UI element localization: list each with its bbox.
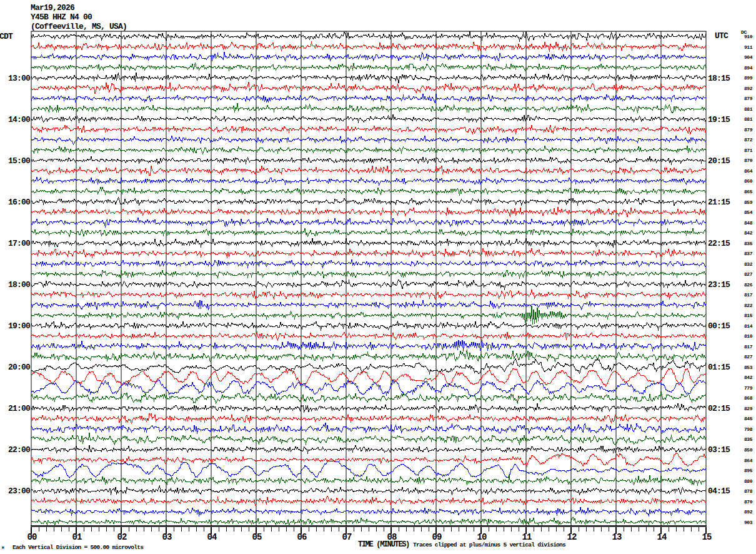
svg-text:835: 835 <box>744 241 753 246</box>
svg-text:09: 09 <box>432 532 442 542</box>
svg-text:895: 895 <box>744 468 753 473</box>
svg-text:815: 815 <box>744 313 753 318</box>
svg-text:03:15: 03:15 <box>708 445 730 455</box>
svg-text:842: 842 <box>744 230 753 236</box>
svg-text:845: 845 <box>744 416 753 421</box>
svg-text:881: 881 <box>744 116 753 122</box>
svg-text:829: 829 <box>744 406 753 411</box>
svg-text:17:00: 17:00 <box>8 239 31 248</box>
svg-text:798: 798 <box>744 426 753 432</box>
svg-text:11: 11 <box>522 532 532 542</box>
svg-text:859: 859 <box>744 199 753 205</box>
svg-text:832: 832 <box>744 261 753 267</box>
svg-text:903: 903 <box>744 520 753 525</box>
svg-text:827: 827 <box>744 354 753 360</box>
svg-text:864: 864 <box>744 168 753 174</box>
svg-text:12: 12 <box>567 532 577 542</box>
svg-text:05: 05 <box>252 532 262 542</box>
svg-text:21:15: 21:15 <box>708 198 730 207</box>
svg-text:04:15: 04:15 <box>708 486 730 496</box>
svg-text:817: 817 <box>744 292 753 298</box>
svg-text:13: 13 <box>612 532 622 542</box>
svg-text:854: 854 <box>744 209 753 215</box>
svg-text:848: 848 <box>744 220 753 226</box>
svg-text:779: 779 <box>744 385 753 391</box>
svg-text:23:00: 23:00 <box>8 486 31 496</box>
svg-text:06: 06 <box>297 532 307 542</box>
svg-text:853: 853 <box>744 365 753 370</box>
svg-text:879: 879 <box>744 127 753 133</box>
svg-text:822: 822 <box>744 303 753 308</box>
svg-text:19:15: 19:15 <box>708 115 730 124</box>
svg-text:870: 870 <box>744 499 753 505</box>
svg-text:871: 871 <box>744 148 753 153</box>
svg-text:22:00: 22:00 <box>8 445 31 455</box>
svg-text:842: 842 <box>744 375 753 380</box>
svg-text:21:00: 21:00 <box>8 404 31 413</box>
svg-text:864: 864 <box>744 458 753 463</box>
svg-text:892: 892 <box>744 86 753 91</box>
svg-text:18:15: 18:15 <box>708 74 730 83</box>
svg-text:865: 865 <box>744 189 753 194</box>
svg-text:Traces clipped at plus/minus 5: Traces clipped at plus/minus 5 vertical … <box>413 541 566 548</box>
svg-text:01:15: 01:15 <box>708 363 730 372</box>
svg-text:878: 878 <box>744 488 753 494</box>
svg-text:810: 810 <box>744 333 753 339</box>
svg-text:04: 04 <box>207 532 217 542</box>
svg-text:904: 904 <box>744 54 753 60</box>
svg-text:02:15: 02:15 <box>708 404 730 413</box>
svg-text:Each Vertical Division = 500.: Each Vertical Division = 500.00 microvol… <box>12 544 144 551</box>
svg-text:Y45B HHZ N4 00: Y45B HHZ N4 00 <box>31 13 92 22</box>
svg-text:14: 14 <box>657 532 667 542</box>
svg-text:20:00: 20:00 <box>8 363 31 372</box>
svg-text:03: 03 <box>162 532 172 542</box>
svg-text:868: 868 <box>744 395 753 401</box>
svg-text:850: 850 <box>744 447 753 453</box>
svg-text:(Coffeeville, MS, USA): (Coffeeville, MS, USA) <box>31 22 127 31</box>
svg-text:16:00: 16:00 <box>8 198 31 207</box>
svg-text:13:00: 13:00 <box>8 74 31 83</box>
svg-text:892: 892 <box>744 509 753 515</box>
svg-text:872: 872 <box>744 137 753 143</box>
svg-text:881: 881 <box>744 106 753 112</box>
svg-text:15: 15 <box>702 532 712 542</box>
svg-text:UTC: UTC <box>715 31 729 41</box>
svg-text:07: 07 <box>342 532 352 542</box>
svg-text:Mar19,2026: Mar19,2026 <box>31 3 75 13</box>
svg-text:00: 00 <box>27 532 37 542</box>
svg-text:01: 01 <box>72 532 82 542</box>
svg-text:817: 817 <box>744 344 753 350</box>
svg-text:860: 860 <box>744 178 753 184</box>
svg-text:19:00: 19:00 <box>8 321 31 331</box>
svg-text:23:15: 23:15 <box>708 280 730 290</box>
svg-text:M: M <box>2 546 4 550</box>
svg-text:835: 835 <box>744 436 753 442</box>
svg-text:911: 911 <box>744 44 753 50</box>
svg-text:879: 879 <box>744 96 753 101</box>
svg-text:814: 814 <box>744 323 753 329</box>
svg-text:910: 910 <box>744 34 753 39</box>
svg-text:CDT: CDT <box>0 32 13 41</box>
svg-text:TIME (MINUTES): TIME (MINUTES) <box>358 540 409 549</box>
svg-text:20:15: 20:15 <box>708 156 730 166</box>
svg-text:15:00: 15:00 <box>8 156 31 166</box>
svg-text:14:00: 14:00 <box>8 115 31 124</box>
svg-text:899: 899 <box>744 75 753 81</box>
svg-text:10: 10 <box>477 532 487 542</box>
svg-text:826: 826 <box>744 282 753 288</box>
svg-text:870: 870 <box>744 158 753 163</box>
svg-text:880: 880 <box>744 478 753 484</box>
svg-text:02: 02 <box>117 532 127 542</box>
svg-text:18:00: 18:00 <box>8 280 31 290</box>
svg-text:837: 837 <box>744 251 753 256</box>
svg-text:827: 827 <box>744 271 753 277</box>
svg-text:894: 894 <box>744 65 753 71</box>
svg-text:00:15: 00:15 <box>708 321 730 331</box>
svg-text:22:15: 22:15 <box>708 239 730 248</box>
